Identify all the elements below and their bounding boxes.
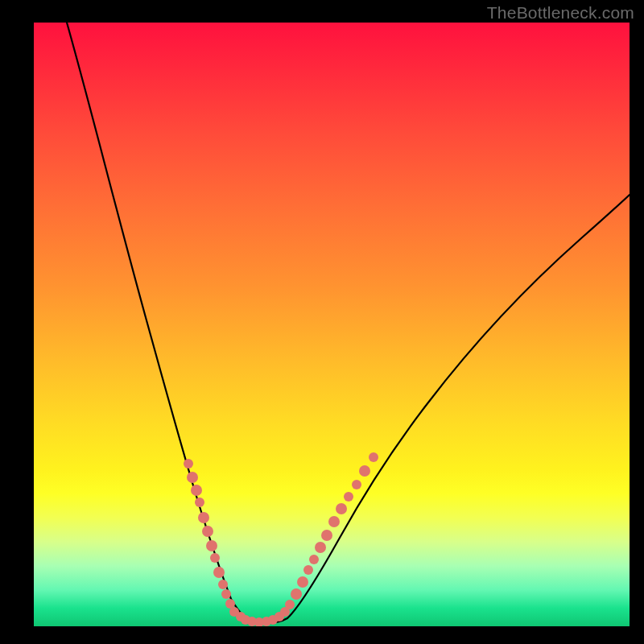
watermark-text: TheBottleneck.com <box>487 3 634 23</box>
svg-point-6 <box>206 540 217 551</box>
svg-point-9 <box>218 580 228 589</box>
left-branch-curve <box>67 23 247 618</box>
svg-point-10 <box>221 589 231 599</box>
curve-layer <box>34 23 630 626</box>
svg-point-29 <box>336 503 347 514</box>
svg-point-22 <box>291 588 302 600</box>
svg-point-21 <box>285 600 295 609</box>
svg-point-24 <box>303 565 313 575</box>
right-branch-curve <box>287 195 630 618</box>
svg-point-4 <box>198 512 209 523</box>
highlight-dots-group <box>184 452 378 626</box>
svg-point-25 <box>309 555 319 564</box>
svg-point-3 <box>195 497 204 507</box>
svg-point-0 <box>184 459 193 469</box>
svg-point-30 <box>344 492 353 502</box>
svg-point-27 <box>321 530 332 541</box>
svg-point-23 <box>297 576 308 588</box>
svg-point-33 <box>369 452 378 462</box>
svg-point-5 <box>202 526 213 537</box>
svg-point-8 <box>213 567 225 578</box>
svg-point-31 <box>352 480 361 489</box>
plot-area <box>34 23 630 626</box>
svg-point-2 <box>191 485 202 496</box>
svg-point-1 <box>187 472 198 483</box>
svg-point-32 <box>359 465 370 477</box>
chart-frame: TheBottleneck.com <box>0 0 644 644</box>
svg-point-7 <box>210 553 220 563</box>
svg-point-28 <box>328 516 340 527</box>
svg-point-26 <box>315 542 326 553</box>
